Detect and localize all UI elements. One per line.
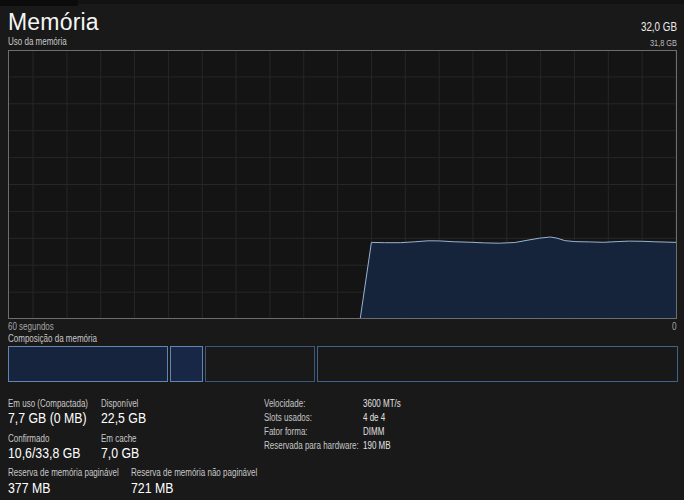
- stat-value-non-paged-pool: 721 MB: [131, 479, 173, 496]
- stat-value-committed: 10,6/33,8 GB: [8, 444, 80, 461]
- composition-segment-modified: [170, 346, 203, 382]
- usage-chart-title: Uso da memória: [8, 36, 67, 48]
- time-axis-right-label: 0: [672, 321, 677, 333]
- detail-value-slots-used: 4 de 4: [363, 412, 385, 424]
- stat-label-non-paged-pool: Reserva de memória não paginável: [131, 467, 257, 479]
- detail-label-form-factor: Fator forma:: [264, 426, 308, 438]
- memory-usage-graph[interactable]: [8, 50, 677, 319]
- detail-label-hw-reserved: Reservada para hardware:: [264, 440, 359, 452]
- detail-label-speed: Velocidade:: [264, 398, 305, 410]
- detail-value-speed: 3600 MT/s: [363, 398, 401, 410]
- composition-segment-in-use: [8, 346, 168, 382]
- usage-chart-scale-max: 31,8 GB: [650, 38, 677, 48]
- detail-value-form-factor: DIMM: [363, 426, 384, 438]
- total-memory-capacity: 32,0 GB: [641, 21, 677, 34]
- stat-value-cached: 7,0 GB: [101, 444, 139, 461]
- stat-value-in-use: 7,7 GB (0 MB): [8, 409, 87, 426]
- detail-label-slots-used: Slots usados:: [264, 412, 312, 424]
- time-axis-left-label: 60 segundos: [8, 321, 54, 333]
- stat-value-available: 22,5 GB: [101, 409, 146, 426]
- stat-label-paged-pool: Reserva de memória paginável: [8, 467, 119, 479]
- memory-composition-bar[interactable]: [8, 346, 678, 382]
- composition-segment-free: [317, 346, 678, 382]
- composition-segment-standby: [205, 346, 315, 382]
- usage-graph-canvas: [9, 51, 676, 318]
- page-title: Memória: [8, 9, 99, 35]
- detail-value-hw-reserved: 190 MB: [363, 440, 391, 452]
- top-edge-shadow: [0, 0, 684, 4]
- top-edge-shadow-left: [0, 0, 78, 6]
- composition-chart-title: Composição da memória: [8, 333, 97, 345]
- stat-value-paged-pool: 377 MB: [8, 479, 50, 496]
